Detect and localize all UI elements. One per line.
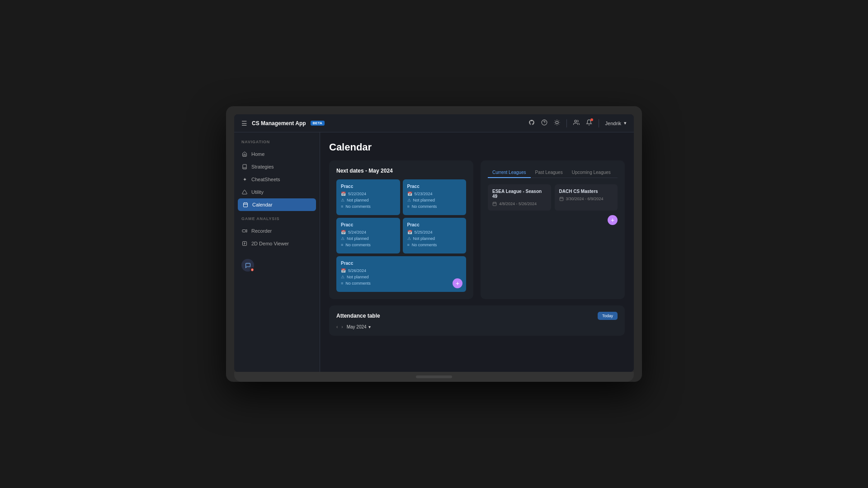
theme-icon[interactable] (554, 119, 560, 127)
sidebar-item-cheatsheets-label: CheatSheets (251, 177, 280, 182)
sidebar-item-home[interactable]: Home (234, 148, 320, 160)
pracc-label-4: Pracc (341, 261, 462, 266)
user-area[interactable]: Jendrik ▾ (605, 120, 627, 126)
nav-section-label: Navigation (234, 140, 320, 148)
pracc-grid-row2: Pracc 📅 5/24/2024 ⚠ Not planned (336, 218, 466, 253)
topbar: ☰ CS Management App BETA (234, 114, 634, 132)
calendar-icon (242, 202, 249, 208)
pracc-card-1[interactable]: Pracc 📅 5/23/2024 ⚠ Not planned (403, 179, 467, 215)
chat-icon (245, 263, 251, 268)
add-pracc-button[interactable]: + (453, 278, 462, 288)
league-name-1: DACH CS Masters (559, 189, 613, 194)
league-name-0: ESEA League - Season 49 (492, 189, 547, 199)
league-date-0: 4/8/2024 - 5/26/2024 (492, 202, 547, 206)
topbar-divider (566, 119, 567, 127)
next-month-button[interactable]: › (341, 324, 343, 329)
github-icon[interactable] (528, 119, 535, 127)
league-card-0[interactable]: ESEA League - Season 49 4/8/2024 - 5/26/… (488, 184, 551, 211)
sidebar-bottom-icon[interactable]: ! (241, 259, 254, 272)
status-icon-1: ⚠ (407, 198, 411, 202)
topbar-left: ☰ CS Management App BETA (241, 120, 325, 127)
sidebar-alert-dot: ! (250, 267, 255, 272)
strategies-icon (241, 164, 248, 170)
next-dates-panel: Next dates - May 2024 Pracc 📅 5/22/2024 (329, 160, 473, 299)
team-icon[interactable] (573, 119, 580, 127)
topbar-right: Jendrik ▾ (528, 119, 627, 127)
pracc-date-2: 📅 5/24/2024 (341, 230, 396, 235)
svg-line-6 (558, 124, 559, 125)
pracc-card-2[interactable]: Pracc 📅 5/24/2024 ⚠ Not planned (336, 218, 400, 253)
sidebar-item-utility-label: Utility (251, 189, 264, 195)
pracc-status-1: ⚠ Not planned (407, 198, 462, 202)
comment-icon-2: ≡ (341, 243, 343, 247)
notification-dot (590, 118, 593, 121)
pracc-comments-2: ≡ No comments (341, 243, 396, 247)
sidebar-item-calendar-label: Calendar (252, 202, 273, 207)
sidebar-item-calendar[interactable]: Calendar (238, 198, 316, 211)
status-icon-2: ⚠ (341, 236, 344, 241)
month-label[interactable]: May 2024 ▾ (347, 324, 371, 329)
pracc-date-1: 📅 5/23/2024 (407, 192, 462, 196)
calendar-grid: Next dates - May 2024 Pracc 📅 5/22/2024 (329, 160, 625, 299)
add-league-button[interactable]: + (608, 215, 618, 225)
username: Jendrik (605, 121, 621, 126)
comment-icon-0: ≡ (341, 204, 343, 209)
pracc-comments-1: ≡ No comments (407, 204, 462, 209)
app-title: CS Management App (252, 120, 306, 127)
content-area: Calendar Next dates - May 2024 Pracc 📅 (320, 132, 634, 372)
tab-current-leagues[interactable]: Current Leagues (488, 168, 531, 178)
svg-rect-22 (493, 202, 496, 206)
comment-icon-3: ≡ (407, 243, 410, 247)
beta-badge: BETA (311, 121, 325, 126)
svg-line-5 (555, 120, 555, 121)
league-card-1[interactable]: DACH CS Masters 3/30/2024 - 6/9/2024 (555, 184, 618, 211)
pracc-status-2: ⚠ Not planned (341, 236, 396, 241)
svg-line-10 (558, 120, 559, 121)
sidebar-item-strategies[interactable]: Strategies (234, 160, 320, 173)
menu-icon[interactable]: ☰ (241, 120, 247, 127)
help-icon[interactable] (541, 119, 547, 127)
pracc-date-0: 📅 5/22/2024 (341, 192, 396, 196)
pracc-label-1: Pracc (407, 184, 462, 189)
date-icon-2: 📅 (341, 230, 346, 235)
sidebar-item-cheatsheets[interactable]: ✦ CheatSheets (234, 173, 320, 186)
pracc-grid-row1: Pracc 📅 5/22/2024 ⚠ Not planned (336, 179, 466, 215)
demo-viewer-icon (241, 240, 248, 247)
notification-wrapper[interactable] (586, 119, 592, 127)
sidebar-item-demo-viewer[interactable]: 2D Demo Viewer (234, 237, 320, 250)
sidebar-item-home-label: Home (251, 151, 264, 157)
date-icon-4: 📅 (341, 268, 346, 273)
svg-point-2 (556, 121, 558, 124)
svg-marker-17 (246, 230, 247, 232)
utility-icon (241, 189, 248, 195)
pracc-row3: Pracc 📅 5/26/2024 ⚠ Not planned (336, 256, 466, 292)
league-cards: ESEA League - Season 49 4/8/2024 - 5/26/… (488, 184, 618, 211)
attendance-section: Attendance table Today ‹ › May 2024 ▾ (329, 305, 625, 336)
pracc-comments-0: ≡ No comments (341, 204, 396, 209)
sidebar-item-utility[interactable]: Utility (234, 186, 320, 198)
tab-upcoming-leagues[interactable]: Upcoming Leagues (567, 168, 615, 178)
status-icon-4: ⚠ (341, 275, 344, 279)
sidebar-item-recorder[interactable]: Recorder (234, 225, 320, 237)
league-date-icon-0 (492, 202, 497, 206)
pracc-card-4[interactable]: Pracc 📅 5/26/2024 ⚠ Not planned (336, 256, 466, 292)
tab-past-leagues[interactable]: Past Leagues (531, 168, 567, 178)
pracc-label-0: Pracc (341, 184, 396, 189)
svg-rect-16 (242, 230, 246, 232)
recorder-icon (241, 228, 248, 234)
date-icon-3: 📅 (407, 230, 412, 235)
sidebar-item-strategies-label: Strategies (251, 164, 274, 169)
svg-line-9 (555, 124, 555, 125)
pracc-label-3: Pracc (407, 222, 462, 227)
pracc-card-3[interactable]: Pracc 📅 5/25/2024 ⚠ Not planned (403, 218, 467, 253)
svg-point-11 (574, 120, 576, 122)
status-icon-0: ⚠ (341, 198, 344, 202)
pracc-card-0[interactable]: Pracc 📅 5/22/2024 ⚠ Not planned (336, 179, 400, 215)
attendance-title: Attendance table (336, 313, 380, 319)
pracc-status-4: ⚠ Not planned (341, 275, 462, 279)
prev-month-button[interactable]: ‹ (336, 324, 338, 329)
league-tabs: Current Leagues Past Leagues Upcoming Le… (488, 168, 618, 178)
home-icon (241, 151, 248, 157)
sidebar-item-demo-viewer-label: 2D Demo Viewer (251, 241, 289, 246)
today-button[interactable]: Today (598, 312, 618, 320)
